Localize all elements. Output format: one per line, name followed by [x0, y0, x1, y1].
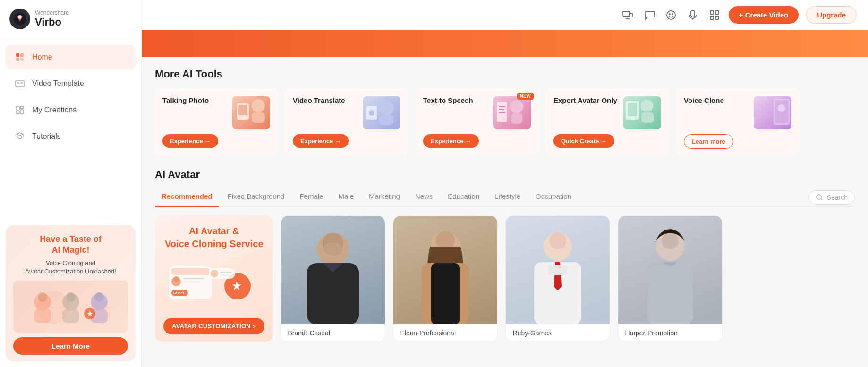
svg-rect-7 — [17, 82, 19, 84]
sidebar-item-creations-label: My Creations — [32, 106, 77, 114]
svg-rect-87 — [647, 262, 693, 324]
svg-point-56 — [778, 104, 785, 112]
ai-tools-row: Talking Photo Experience → — [155, 88, 855, 157]
svg-point-36 — [252, 99, 265, 112]
tool-img-export-avatar — [623, 96, 661, 129]
svg-rect-72 — [220, 274, 229, 276]
promo-visual: Select ★ — [163, 263, 264, 310]
upgrade-button[interactable]: Upgrade — [806, 6, 857, 24]
svg-point-70 — [211, 270, 218, 277]
tool-img-tts — [493, 96, 531, 129]
svg-rect-41 — [379, 115, 393, 125]
avatar-card-brandt[interactable]: Brandt-Casual — [281, 215, 385, 342]
sidebar-item-home-label: Home — [32, 53, 52, 61]
device-icon[interactable] — [621, 9, 634, 22]
avatar-card-ruby[interactable]: Ruby-Games — [505, 215, 610, 342]
svg-rect-3 — [20, 53, 24, 57]
tool-img-video-translate — [363, 96, 400, 129]
svg-rect-4 — [16, 58, 19, 61]
new-badge: NEW — [517, 93, 534, 100]
avatar-img-elena — [393, 216, 497, 324]
svg-point-57 — [817, 195, 821, 199]
create-video-button[interactable]: + Create Video — [729, 6, 799, 24]
voice-clone-btn[interactable]: Learn more — [684, 134, 733, 149]
tts-btn[interactable]: Experience → — [423, 134, 479, 148]
tab-male[interactable]: Male — [332, 188, 360, 207]
export-avatar-btn[interactable]: Quick Create → — [553, 134, 614, 148]
tab-lifestyle[interactable]: Lifestyle — [488, 188, 527, 207]
avatar-promo-card[interactable]: AI Avatar & Voice Cloning Service — [155, 215, 273, 342]
avatar-card-elena[interactable]: Elena-Professional — [393, 215, 498, 342]
promo-image: ★ — [13, 281, 128, 333]
tab-education[interactable]: Education — [441, 188, 486, 207]
search-placeholder: Search — [827, 194, 848, 201]
sidebar-item-home[interactable]: Home — [6, 45, 136, 69]
more-ai-tools-title: More AI Tools — [155, 68, 855, 80]
tool-card-talking-photo[interactable]: Talking Photo Experience → — [155, 88, 278, 155]
avatar-search-box[interactable]: Search — [808, 190, 855, 205]
tab-recommended[interactable]: Recommended — [155, 188, 219, 207]
avatar-promo-title: AI Avatar & Voice Cloning Service — [165, 225, 264, 250]
avatar-label-ruby: Ruby-Games — [506, 324, 610, 341]
svg-point-75 — [323, 242, 342, 256]
tool-card-text-to-speech[interactable]: NEW Text to Speech — [416, 88, 538, 155]
sidebar-item-my-creations[interactable]: My Creations — [6, 98, 136, 122]
my-creations-icon — [13, 103, 26, 117]
avatar-label-brandt: Brandt-Casual — [281, 324, 385, 341]
tool-card-voice-clone[interactable]: Voice Clone Learn more — [676, 88, 799, 155]
talking-photo-btn[interactable]: Experience → — [162, 134, 218, 148]
grid-icon[interactable] — [708, 9, 721, 22]
sidebar-item-video-template[interactable]: Video Template — [6, 71, 136, 96]
tutorials-icon — [13, 130, 26, 143]
svg-rect-33 — [715, 11, 719, 14]
tab-occupation[interactable]: Occupation — [529, 188, 578, 207]
svg-rect-27 — [630, 13, 632, 17]
product-name: Virbo — [35, 16, 69, 28]
svg-rect-51 — [641, 112, 654, 123]
brand-name: Wondershare — [35, 9, 69, 16]
tab-news[interactable]: News — [408, 188, 440, 207]
svg-point-1 — [18, 15, 22, 19]
avatar-img-brandt — [281, 216, 385, 324]
sidebar-item-tutorials-label: Tutorials — [32, 132, 61, 141]
chat-icon[interactable] — [643, 9, 656, 22]
svg-rect-37 — [252, 112, 265, 123]
avatar-card-harper[interactable]: Harper-Promotion — [618, 215, 723, 342]
svg-rect-32 — [710, 11, 714, 14]
svg-rect-26 — [623, 11, 630, 16]
learn-more-button[interactable]: Learn More — [13, 337, 128, 355]
svg-rect-60 — [171, 268, 209, 275]
svg-rect-10 — [16, 106, 19, 110]
audio-icon[interactable] — [686, 9, 699, 22]
main-content: + Create Video Upgrade More AI Tools Tal… — [142, 0, 868, 367]
tool-title-export-avatar: Export Avatar Only — [553, 96, 617, 104]
svg-point-50 — [641, 100, 653, 112]
logo-icon — [9, 9, 30, 29]
svg-rect-35 — [715, 16, 719, 19]
tool-card-video-translate[interactable]: Video Translate Experience → — [285, 88, 408, 155]
avatar-label-elena: Elena-Professional — [393, 324, 497, 341]
sidebar-item-tutorials[interactable]: Tutorials — [6, 124, 136, 149]
tool-card-export-avatar[interactable]: Export Avatar Only Quick Create → — [546, 88, 669, 155]
svg-rect-13 — [20, 110, 24, 114]
tool-title-talking-photo: Talking Photo — [162, 96, 209, 104]
svg-rect-6 — [16, 80, 24, 87]
ai-avatar-title: AI Avatar — [155, 169, 855, 181]
emoji-icon[interactable] — [664, 9, 678, 22]
tab-female[interactable]: Female — [293, 188, 330, 207]
tool-title-tts: Text to Speech — [423, 96, 473, 104]
avatar-grid: AI Avatar & Voice Cloning Service — [155, 215, 855, 350]
sidebar-promo-card: Have a Taste of AI Magic! Voice Cloning … — [6, 225, 136, 361]
video-translate-btn[interactable]: Experience → — [293, 134, 349, 148]
topbar: + Create Video Upgrade — [142, 0, 868, 30]
sidebar: Wondershare Virbo Home — [0, 0, 142, 367]
svg-rect-64 — [183, 281, 200, 282]
sidebar-nav: Home Video Template — [0, 38, 141, 220]
avatar-customization-btn[interactable]: AVATAR CUSTOMIZATION » — [163, 318, 264, 334]
tab-marketing[interactable]: Marketing — [362, 188, 407, 207]
promo-banner[interactable] — [142, 30, 868, 57]
avatar-tabs: Recommended Fixed Background Female Male… — [155, 188, 855, 207]
svg-point-40 — [379, 101, 394, 116]
tab-fixed-background[interactable]: Fixed Background — [221, 188, 291, 207]
promo-headline: Have a Taste of AI Magic! — [13, 234, 128, 256]
